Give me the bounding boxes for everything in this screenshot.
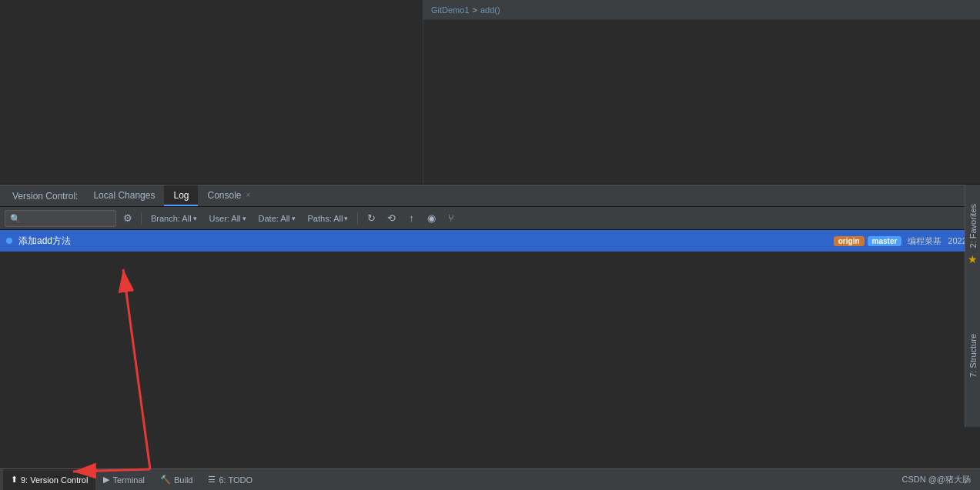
divider-1 — [141, 212, 142, 225]
breadcrumb-separator: > — [473, 5, 477, 15]
vc-icon: ⬆ — [11, 475, 18, 485]
breadcrumb-project: GitDemo1 — [431, 5, 470, 15]
tab-local-changes[interactable]: Local Changes — [84, 185, 164, 206]
terminal-icon: ▶ — [103, 475, 109, 485]
structure-panel[interactable]: 7: Structure — [965, 285, 980, 427]
log-toolbar: ⚙ Branch: All ▾ User: All ▾ Date: All ▾ … — [0, 207, 980, 230]
search-box[interactable] — [5, 210, 116, 227]
push-btn[interactable]: ↑ — [403, 210, 420, 227]
commit-dot — [6, 238, 12, 244]
commit-tags: origin master — [834, 236, 902, 246]
tab-console[interactable]: Console × — [198, 185, 259, 206]
todo-status-btn[interactable]: ☰ 6: TODO — [200, 469, 260, 491]
todo-icon: ☰ — [208, 475, 216, 485]
status-bar: ⬆ 9: Version Control ▶ Terminal 🔨 Build … — [0, 468, 980, 490]
log-content: 添加add方法 origin master 编程菜基 2022/1 — [0, 230, 980, 490]
build-icon: 🔨 — [160, 475, 171, 485]
terminal-label: Terminal — [112, 475, 145, 485]
origin-tag: origin — [834, 236, 865, 246]
master-tag: master — [868, 236, 902, 246]
editor-left-pane — [0, 0, 423, 184]
vc-panel: Version Control: Local Changes Log Conso… — [0, 185, 980, 490]
settings-btn[interactable]: ⚙ — [119, 210, 136, 227]
status-left: ⬆ 9: Version Control ▶ Terminal 🔨 Build … — [3, 469, 260, 491]
tab-log[interactable]: Log — [164, 185, 198, 206]
console-close-btn[interactable]: × — [246, 191, 251, 199]
watermark: CSDN @@猪大肠 — [901, 474, 977, 485]
branch-btn[interactable]: ⑂ — [443, 210, 460, 227]
todo-label: 6: TODO — [219, 475, 253, 485]
commit-message: 添加add方法 — [18, 235, 828, 248]
date-filter[interactable]: Date: All ▾ — [254, 210, 300, 227]
commit-author: 编程菜基 — [908, 235, 942, 247]
version-control-status-btn[interactable]: ⬆ 9: Version Control — [3, 469, 95, 491]
structure-label: 7: Structure — [968, 334, 978, 378]
vc-label: Version Control: — [6, 188, 84, 205]
favorites-star-icon: ★ — [968, 253, 978, 265]
commit-row[interactable]: 添加add方法 origin master 编程菜基 2022/1 — [0, 230, 980, 252]
divider-2 — [357, 212, 358, 225]
branch-filter[interactable]: Branch: All ▾ — [146, 210, 202, 227]
breadcrumb-method: add() — [480, 5, 500, 15]
paths-filter[interactable]: Paths: All ▾ — [303, 210, 353, 227]
favorites-panel[interactable]: 2: Favorites ★ — [965, 185, 980, 285]
search-input[interactable] — [10, 214, 111, 223]
terminal-status-btn[interactable]: ▶ Terminal — [95, 469, 152, 491]
refresh-btn[interactable]: ↻ — [363, 210, 380, 227]
tab-bar: Version Control: Local Changes Log Conso… — [0, 185, 980, 207]
editor-area: GitDemo1 > add() — [0, 0, 980, 185]
user-filter[interactable]: User: All ▾ — [205, 210, 251, 227]
build-status-btn[interactable]: 🔨 Build — [152, 469, 200, 491]
favorites-label: 2: Favorites — [968, 204, 978, 248]
editor-right-pane: GitDemo1 > add() — [423, 0, 980, 184]
cherry-pick-btn[interactable]: ⟲ — [383, 210, 400, 227]
breadcrumb: GitDemo1 > add() — [423, 0, 980, 20]
vc-status-label: 9: Version Control — [21, 475, 88, 485]
build-label: Build — [174, 475, 192, 485]
eye-btn[interactable]: ◉ — [423, 210, 440, 227]
